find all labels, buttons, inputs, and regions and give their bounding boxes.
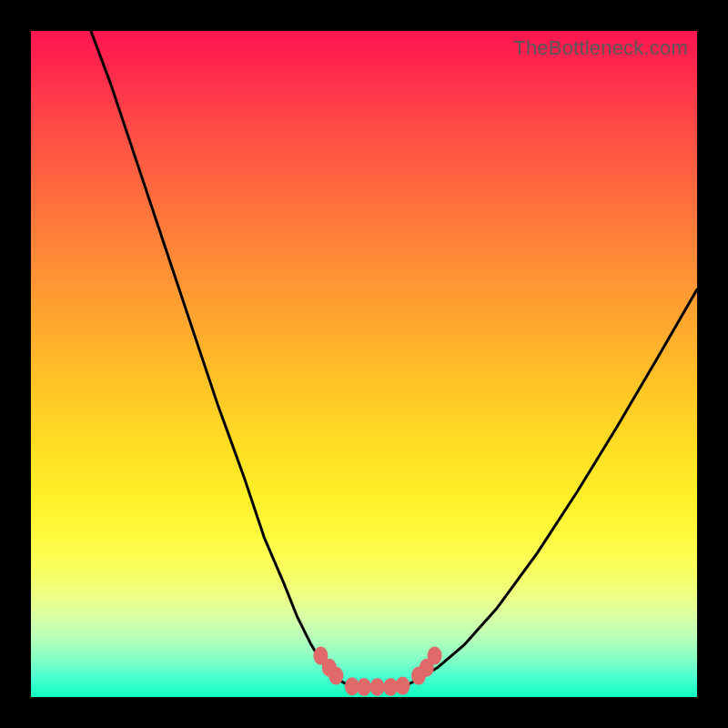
bottleneck-curve xyxy=(91,31,697,687)
data-marker xyxy=(396,677,410,695)
plot-area: TheBottleneck.com xyxy=(31,31,697,697)
data-marker xyxy=(428,647,442,665)
marker-group xyxy=(313,647,441,696)
data-marker xyxy=(329,667,343,685)
data-marker xyxy=(370,678,385,696)
curve-group xyxy=(91,31,697,687)
data-marker xyxy=(357,678,371,696)
chart-svg xyxy=(31,31,697,697)
chart-frame: TheBottleneck.com xyxy=(0,0,728,728)
